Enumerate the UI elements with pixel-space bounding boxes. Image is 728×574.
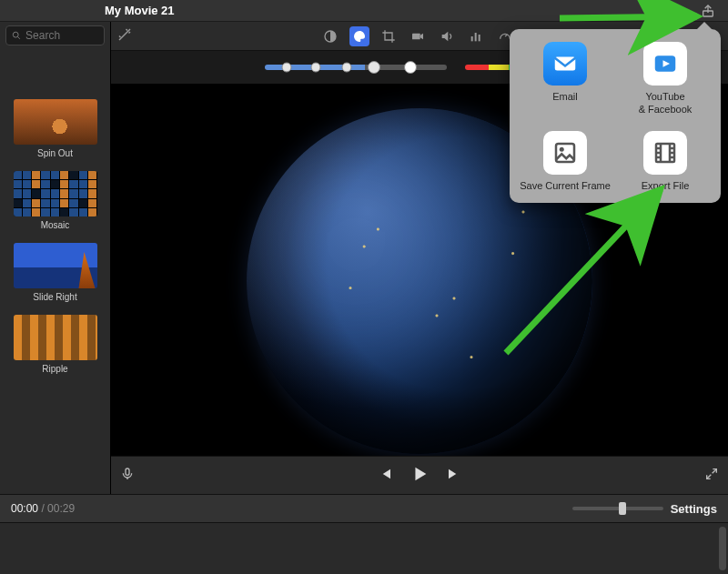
- camera-icon: [410, 29, 425, 44]
- svg-rect-3: [412, 33, 420, 39]
- effect-label: Mosaic: [14, 220, 97, 230]
- share-label: Export File: [615, 180, 715, 193]
- project-title: My Movie 21: [105, 4, 175, 17]
- next-icon: [446, 466, 462, 482]
- contrast-icon: [323, 29, 338, 44]
- effect-thumbnail: [14, 171, 97, 217]
- next-button[interactable]: [446, 466, 462, 485]
- mic-icon: [120, 466, 135, 482]
- image-icon: [551, 139, 579, 166]
- svg-point-1: [13, 32, 18, 37]
- expand-icon: [704, 467, 719, 481]
- fullscreen-button[interactable]: [704, 467, 719, 484]
- palette-icon: [352, 29, 367, 44]
- timecode-duration: 00:29: [47, 502, 75, 515]
- timecode: 00:00 / 00:29: [11, 502, 75, 515]
- play-icon: [410, 464, 430, 484]
- search-field[interactable]: [25, 29, 98, 42]
- svg-rect-5: [475, 33, 477, 41]
- effect-label: Ripple: [14, 364, 97, 374]
- tone-slider[interactable]: [265, 65, 447, 70]
- crop-tool[interactable]: [379, 26, 399, 46]
- effect-label: Slide Right: [14, 292, 97, 302]
- camera-tool[interactable]: [408, 26, 428, 46]
- svg-rect-10: [555, 57, 576, 71]
- scrollbar[interactable]: [719, 527, 726, 570]
- film-icon: [652, 139, 679, 166]
- svg-rect-9: [126, 468, 129, 475]
- transport-bar: [111, 456, 728, 494]
- search-input[interactable]: [5, 25, 105, 45]
- contrast-tool[interactable]: [320, 26, 340, 46]
- svg-rect-4: [471, 36, 473, 41]
- share-icon: [701, 4, 715, 18]
- share-label: Save Current Frame: [515, 180, 615, 193]
- titlebar: My Movie 21: [0, 0, 728, 22]
- volume-icon: [440, 29, 454, 44]
- settings-button[interactable]: Settings: [671, 502, 717, 516]
- crop-icon: [381, 29, 396, 44]
- effect-thumbnail: [14, 243, 97, 288]
- share-popover: Email YouTube & Facebook Save Current Fr…: [510, 29, 721, 203]
- share-label: YouTube & Facebook: [615, 91, 715, 116]
- share-button[interactable]: [697, 0, 719, 22]
- share-label: Email: [515, 91, 615, 104]
- volume-tool[interactable]: [437, 26, 457, 46]
- prev-icon: [377, 466, 393, 482]
- sidebar: Spin Out Mosaic Slide Right Ripple: [0, 22, 111, 494]
- search-icon: [12, 30, 21, 41]
- youtube-icon: [652, 50, 679, 77]
- svg-point-13: [560, 146, 564, 151]
- play-button[interactable]: [410, 464, 430, 487]
- effect-thumbnail: [14, 99, 97, 145]
- share-youtube-facebook[interactable]: YouTube & Facebook: [615, 42, 715, 116]
- timecode-current: 00:00: [11, 502, 38, 515]
- effect-slide-right[interactable]: Slide Right: [14, 243, 97, 302]
- effect-thumbnail: [14, 315, 97, 360]
- effect-label: Spin Out: [14, 148, 97, 158]
- prev-button[interactable]: [377, 466, 393, 485]
- levels-tool[interactable]: [466, 26, 486, 46]
- effect-mosaic[interactable]: Mosaic: [14, 171, 97, 230]
- magic-wand-button[interactable]: [116, 26, 133, 45]
- timeline-body[interactable]: [0, 523, 728, 574]
- levels-icon: [469, 29, 483, 44]
- color-tool[interactable]: [349, 26, 369, 46]
- svg-rect-12: [556, 144, 574, 162]
- effect-spin-out[interactable]: Spin Out: [14, 99, 97, 158]
- email-icon: [551, 50, 579, 77]
- wand-icon: [116, 26, 133, 43]
- effect-ripple[interactable]: Ripple: [14, 315, 97, 374]
- timeline-header: 00:00 / 00:29 Settings: [0, 494, 728, 523]
- voiceover-button[interactable]: [120, 466, 135, 485]
- zoom-slider[interactable]: [572, 507, 663, 510]
- share-save-frame[interactable]: Save Current Frame: [515, 131, 615, 193]
- svg-rect-6: [479, 35, 480, 41]
- share-export-file[interactable]: Export File: [615, 131, 715, 193]
- share-email[interactable]: Email: [515, 42, 615, 116]
